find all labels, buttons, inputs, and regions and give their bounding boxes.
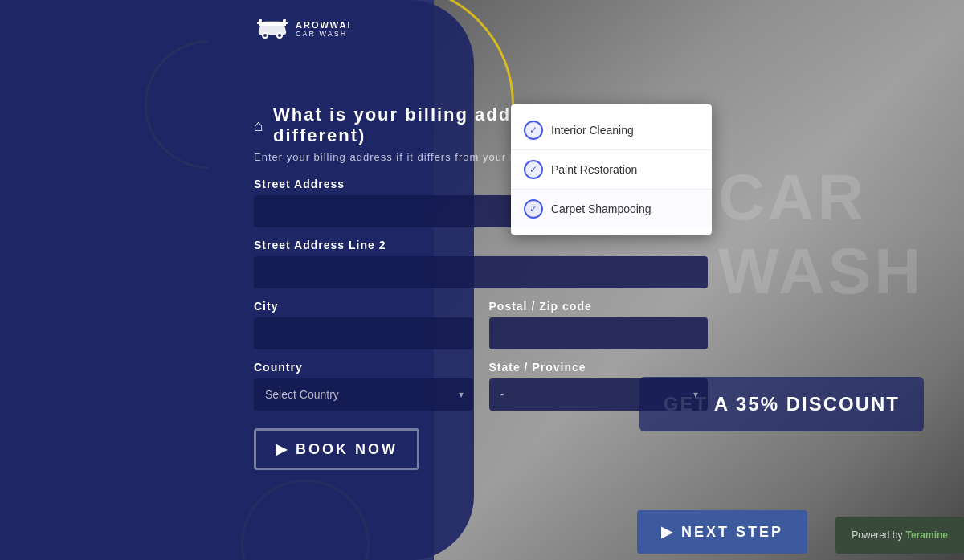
dropdown-item-carpet-label: Carpet Shampooing	[551, 202, 652, 215]
home-icon: ⌂	[254, 116, 265, 135]
country-select[interactable]: Select Country	[254, 378, 473, 411]
logo-icon	[257, 16, 288, 42]
city-postal-row: City Postal / Zip code	[254, 300, 708, 349]
state-dropdown-open: ✓ Interior Cleaning ✓ Paint Restoration …	[511, 104, 712, 235]
check-circle-interior: ✓	[524, 121, 543, 140]
state-column: State / Province - ▾	[489, 361, 709, 422]
postal-input[interactable]	[489, 317, 709, 349]
background-text-overlay: CARWASH	[718, 161, 924, 309]
check-circle-carpet: ✓	[524, 199, 543, 219]
teramine-brand: Teramine	[906, 529, 948, 541]
city-column: City	[254, 300, 473, 349]
next-step-arrow: ▶	[661, 523, 675, 541]
dropdown-item-interior[interactable]: ✓ Interior Cleaning	[511, 111, 712, 150]
svg-point-6	[263, 34, 267, 37]
state-label: State / Province	[489, 361, 709, 374]
postal-label: Postal / Zip code	[489, 300, 709, 313]
check-circle-paint: ✓	[524, 160, 543, 179]
country-label: Country	[254, 361, 473, 374]
city-label: City	[254, 300, 473, 313]
country-column: Country Select Country ▾	[254, 361, 473, 422]
checkmark-interior: ✓	[529, 125, 537, 136]
street-address-line2-input[interactable]	[254, 256, 708, 288]
dropdown-item-paint[interactable]: ✓ Paint Restoration	[511, 150, 712, 190]
dropdown-item-interior-label: Interior Cleaning	[551, 124, 634, 137]
state-select-wrapper: - ▾	[489, 378, 709, 411]
book-now-button[interactable]: ▶ BOOK NOW	[254, 428, 419, 470]
brand-tagline: CAR WASH	[296, 30, 352, 38]
checkmark-carpet: ✓	[529, 203, 537, 215]
checkmark-paint: ✓	[529, 164, 537, 175]
postal-column: Postal / Zip code	[489, 300, 709, 349]
logo-text: AROWWAI CAR WASH	[296, 20, 352, 38]
country-select-wrapper: Select Country ▾	[254, 378, 473, 411]
svg-rect-1	[283, 19, 286, 22]
svg-point-7	[278, 34, 281, 37]
dropdown-item-paint-label: Paint Restoration	[551, 163, 637, 176]
city-input[interactable]	[254, 317, 473, 349]
powered-by-label: Powered by	[852, 529, 902, 541]
state-select[interactable]: -	[489, 378, 709, 411]
book-now-arrow: ▶	[276, 440, 289, 458]
car-icon	[257, 16, 288, 42]
street-address-line2-label: Street Address Line 2	[254, 239, 708, 251]
dropdown-item-carpet[interactable]: ✓ Carpet Shampooing	[511, 190, 712, 228]
svg-rect-0	[259, 19, 262, 22]
next-step-label: Next Step	[681, 524, 783, 541]
next-step-button[interactable]: ▶ Next Step	[637, 510, 807, 554]
country-state-row: Country Select Country ▾ State / Provinc…	[254, 361, 708, 422]
brand-name: AROWWAI	[296, 20, 352, 30]
book-now-label: BOOK NOW	[296, 441, 398, 458]
powered-by: Powered by Teramine	[835, 517, 964, 554]
logo-area: AROWWAI CAR WASH	[257, 16, 352, 42]
